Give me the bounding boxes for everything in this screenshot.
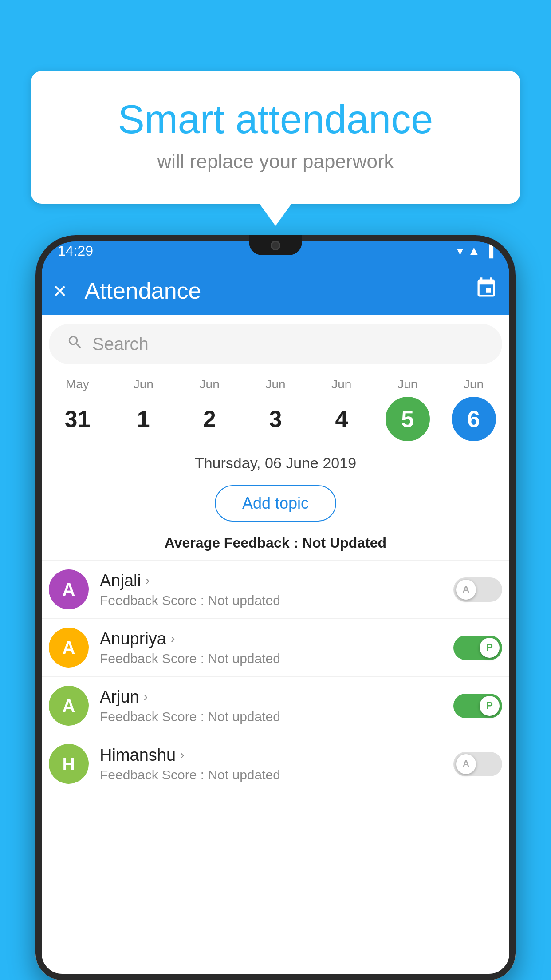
wifi-icon: ▾ — [457, 244, 463, 258]
student-name-0: Anjali › — [100, 571, 442, 590]
toggle-knob-3: A — [456, 754, 476, 774]
chevron-icon-1: › — [171, 632, 175, 646]
student-info-3: Himanshu ›Feedback Score : Not updated — [100, 746, 442, 782]
cal-month-6: Jun — [464, 377, 484, 391]
toggle-wrap-3[interactable]: A — [453, 752, 502, 776]
student-item-2[interactable]: AArjun ›Feedback Score : Not updatedP — [35, 676, 516, 735]
phone-content: Search May31Jun1Jun2Jun3Jun4Jun5Jun6 Thu… — [35, 315, 516, 980]
bubble-title: Smart attendance — [67, 98, 484, 142]
toggle-knob-0: A — [456, 580, 476, 600]
cal-date-2: 2 — [187, 397, 232, 441]
cal-month-5: Jun — [398, 377, 417, 391]
attendance-toggle-0[interactable]: A — [453, 577, 502, 602]
feedback-score-3: Feedback Score : Not updated — [100, 767, 442, 782]
attendance-toggle-3[interactable]: A — [453, 752, 502, 776]
cal-date-4: 4 — [319, 397, 364, 441]
toggle-wrap-2[interactable]: P — [453, 694, 502, 718]
bubble-subtitle: will replace your paperwork — [67, 150, 484, 173]
add-topic-button[interactable]: Add topic — [215, 485, 336, 522]
chevron-icon-0: › — [146, 573, 150, 588]
battery-icon: ▐ — [484, 244, 493, 258]
toggle-wrap-1[interactable]: P — [453, 636, 502, 660]
feedback-score-0: Feedback Score : Not updated — [100, 593, 442, 608]
calendar-day-4[interactable]: Jun4 — [308, 377, 374, 441]
student-name-2: Arjun › — [100, 688, 442, 707]
cal-date-0: 31 — [55, 397, 99, 441]
speech-bubble-container: Smart attendance will replace your paper… — [31, 71, 520, 204]
cal-date-5: 5 — [386, 397, 430, 441]
cal-month-3: Jun — [265, 377, 285, 391]
student-avatar-2: A — [49, 686, 89, 726]
cal-month-0: May — [66, 377, 89, 391]
student-info-1: Anupriya ›Feedback Score : Not updated — [100, 629, 442, 666]
student-list: AAnjali ›Feedback Score : Not updatedAAA… — [35, 560, 516, 980]
feedback-avg-value: Not Updated — [302, 535, 386, 551]
signal-icon: ▲ — [468, 244, 480, 258]
calendar-day-5[interactable]: Jun5 — [374, 377, 441, 441]
toggle-wrap-0[interactable]: A — [453, 577, 502, 602]
cal-month-2: Jun — [200, 377, 220, 391]
student-avatar-0: A — [49, 569, 89, 609]
calendar-day-1[interactable]: Jun1 — [110, 377, 177, 441]
student-info-2: Arjun ›Feedback Score : Not updated — [100, 688, 442, 724]
chevron-icon-2: › — [144, 690, 148, 704]
calendar-day-0[interactable]: May31 — [44, 377, 110, 441]
speech-bubble: Smart attendance will replace your paper… — [31, 71, 520, 204]
student-name-3: Himanshu › — [100, 746, 442, 765]
student-item-3[interactable]: HHimanshu ›Feedback Score : Not updatedA — [35, 735, 516, 793]
cal-date-3: 3 — [253, 397, 298, 441]
student-item-0[interactable]: AAnjali ›Feedback Score : Not updatedA — [35, 560, 516, 618]
calendar-day-3[interactable]: Jun3 — [243, 377, 309, 441]
student-name-1: Anupriya › — [100, 629, 442, 648]
cal-month-1: Jun — [134, 377, 153, 391]
toggle-knob-1: P — [480, 638, 500, 658]
student-avatar-3: H — [49, 744, 89, 784]
feedback-score-1: Feedback Score : Not updated — [100, 651, 442, 666]
chevron-icon-3: › — [180, 748, 184, 762]
status-icons: ▾ ▲ ▐ — [457, 244, 493, 258]
cal-date-1: 1 — [121, 397, 165, 441]
calendar-button[interactable] — [475, 277, 498, 305]
app-bar: × Attendance — [35, 266, 516, 315]
student-item-1[interactable]: AAnupriya ›Feedback Score : Not updatedP — [35, 618, 516, 676]
calendar-day-2[interactable]: Jun2 — [177, 377, 243, 441]
status-time: 14:29 — [58, 243, 93, 259]
front-camera — [271, 241, 280, 250]
toggle-knob-2: P — [480, 696, 500, 716]
app-bar-title: Attendance — [84, 277, 457, 304]
cal-month-4: Jun — [331, 377, 351, 391]
cal-date-6: 6 — [452, 397, 496, 441]
phone-frame: 14:29 ▾ ▲ ▐ × Attendance Search — [35, 235, 516, 980]
selected-date-label: Thursday, 06 June 2019 — [35, 450, 516, 476]
feedback-avg-label: Average Feedback : — [165, 535, 302, 551]
feedback-score-2: Feedback Score : Not updated — [100, 709, 442, 724]
close-button[interactable]: × — [53, 277, 67, 304]
student-info-0: Anjali ›Feedback Score : Not updated — [100, 571, 442, 608]
attendance-toggle-2[interactable]: P — [453, 694, 502, 718]
phone-notch — [249, 235, 302, 255]
average-feedback: Average Feedback : Not Updated — [35, 535, 516, 560]
search-bar[interactable]: Search — [49, 324, 502, 364]
calendar-day-6[interactable]: Jun6 — [441, 377, 507, 441]
search-icon — [67, 334, 83, 355]
calendar-strip: May31Jun1Jun2Jun3Jun4Jun5Jun6 — [35, 373, 516, 450]
attendance-toggle-1[interactable]: P — [453, 636, 502, 660]
search-placeholder: Search — [92, 334, 149, 354]
student-avatar-1: A — [49, 628, 89, 668]
